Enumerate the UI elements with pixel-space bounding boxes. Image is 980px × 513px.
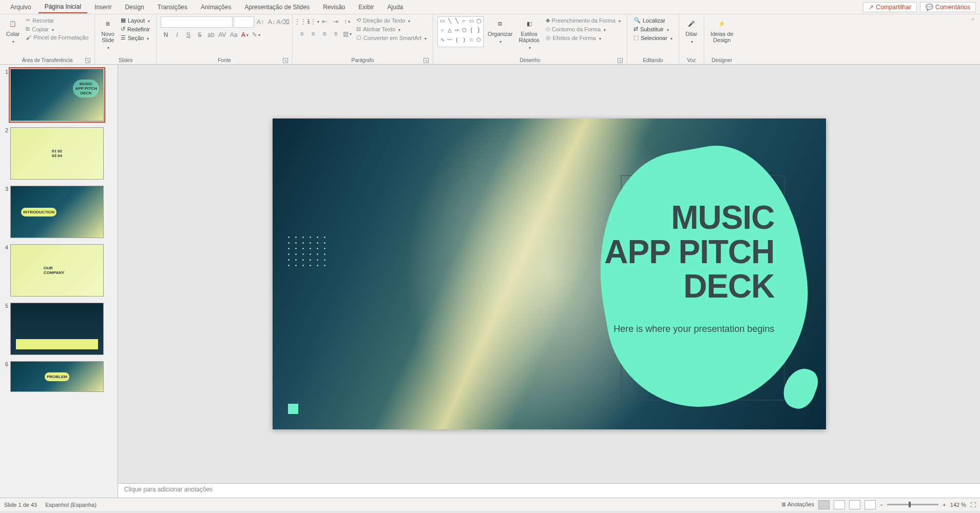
shape-paren2-icon[interactable]: ) (461, 37, 468, 46)
shape-oval-icon[interactable]: ○ (439, 27, 446, 36)
justify-icon[interactable]: ≡ (331, 29, 341, 39)
tab-design[interactable]: Design (119, 2, 150, 13)
font-name-combo[interactable] (161, 16, 233, 28)
slide-thumbnail-6[interactable]: PROBLEM (10, 361, 104, 392)
normal-view-icon[interactable] (818, 500, 830, 509)
shape-brace2-icon[interactable]: } (475, 27, 482, 36)
select-button[interactable]: ⬚Selecionar (631, 34, 675, 42)
copy-button[interactable]: ⧉Copiar (24, 25, 90, 33)
sorter-view-icon[interactable] (834, 500, 845, 509)
decrease-font-icon[interactable]: A↓ (266, 17, 277, 27)
find-button[interactable]: 🔍Localizar (631, 16, 675, 24)
smartart-button[interactable]: ⬡Converter em SmartArt (354, 34, 429, 42)
paste-button[interactable]: 📋 Colar (4, 16, 22, 45)
change-case-icon[interactable]: Aa (228, 30, 239, 40)
layout-button[interactable]: ▦Layout (119, 16, 152, 24)
shape-fill-button[interactable]: ◆Preenchimento da Forma (544, 16, 623, 24)
slide-thumbnail-5[interactable] (10, 303, 104, 355)
tab-animacoes[interactable]: Animações (195, 2, 237, 13)
dialog-launcher-icon[interactable]: ↘ (618, 58, 623, 63)
char-spacing-icon[interactable]: AV (217, 30, 227, 40)
font-size-combo[interactable] (234, 16, 254, 28)
language-indicator[interactable]: Espanhol (Espanha) (45, 502, 97, 508)
tab-pagina-inicial[interactable]: Página Inicial (39, 1, 87, 13)
zoom-in-icon[interactable]: + (943, 502, 946, 508)
shape-scribble-icon[interactable]: 〰 (446, 37, 453, 46)
slide-canvas[interactable]: MUSIC APP PITCH DECK Here is where your … (273, 119, 826, 429)
new-slide-button[interactable]: 🗎 Novo Slide (99, 16, 117, 51)
font-color-icon[interactable]: A (240, 30, 250, 40)
shape-connector-icon[interactable]: ⌐ (461, 18, 468, 27)
slide-thumbnail-4[interactable]: OUR COMPANY (10, 244, 104, 297)
zoom-slider[interactable] (887, 504, 938, 505)
tab-transicoes[interactable]: Transições (151, 2, 194, 13)
italic-icon[interactable]: I (172, 30, 182, 40)
quick-styles-button[interactable]: ◧ Estilos Rápidos (516, 16, 541, 51)
reading-view-icon[interactable] (849, 500, 860, 509)
canvas-scroll[interactable]: MUSIC APP PITCH DECK Here is where your … (118, 65, 980, 483)
shape-textbox-icon[interactable]: ▭ (439, 18, 446, 27)
shape-triangle-icon[interactable]: △ (446, 27, 453, 36)
clear-formatting-icon[interactable]: A⌫ (278, 17, 288, 27)
slide-thumbnails-panel[interactable]: 1MUSIC APP PITCH DECK 201 02 03 04 3INTR… (0, 65, 118, 498)
align-left-icon[interactable]: ≡ (297, 29, 307, 39)
shape-line2-icon[interactable]: ╲ (453, 18, 460, 27)
shape-arrow-icon[interactable]: ⇨ (453, 27, 460, 36)
design-ideas-button[interactable]: ⚡ Ideias de Design (708, 16, 736, 44)
dialog-launcher-icon[interactable]: ↘ (424, 58, 429, 63)
slide-subtitle[interactable]: Here is where your presentation begins (613, 324, 774, 334)
slide-thumbnail-1[interactable]: MUSIC APP PITCH DECK (10, 69, 104, 121)
reset-button[interactable]: ↺Redefinir (119, 25, 152, 33)
slide-title[interactable]: MUSIC APP PITCH DECK (604, 201, 774, 304)
cut-button[interactable]: ✂Recortar (24, 16, 90, 24)
comments-button[interactable]: 💬Comentários (920, 2, 976, 12)
slideshow-view-icon[interactable] (864, 500, 876, 509)
slide-thumbnail-2[interactable]: 01 02 03 04 (10, 127, 104, 180)
tab-inserir[interactable]: Inserir (88, 2, 118, 13)
bullets-icon[interactable]: ⋮⋮ (297, 16, 307, 27)
text-direction-button[interactable]: ⟲Direção do Texto (354, 16, 429, 24)
shape-line-icon[interactable]: ╲ (446, 18, 453, 27)
tab-ajuda[interactable]: Ajuda (381, 2, 410, 13)
replace-button[interactable]: ⇄Substituir (631, 25, 675, 33)
slide-thumbnail-3[interactable]: INTRODUCTION (10, 186, 104, 238)
shape-effects-button[interactable]: ◎Efeitos de Forma (544, 34, 623, 42)
tab-apresentacao[interactable]: Apresentação de Slides (238, 2, 316, 13)
share-button[interactable]: ↗Compartilhar (863, 2, 917, 12)
shape-curve-icon[interactable]: ∿ (439, 37, 446, 46)
tab-exibir[interactable]: Exibir (353, 2, 380, 13)
dialog-launcher-icon[interactable]: ↘ (283, 58, 288, 63)
increase-indent-icon[interactable]: ⇥ (331, 16, 341, 27)
section-button[interactable]: ☰Seção (119, 34, 152, 42)
shape-brace-icon[interactable]: { (468, 27, 475, 36)
notes-pane[interactable]: Clique para adicionar anotações (118, 483, 980, 498)
shape-star-icon[interactable]: ☆ (468, 37, 475, 46)
shapes-gallery[interactable]: ▭╲╲⌐▭▢ ○△⇨⬡{} ∿〰()☆⬠ (437, 16, 484, 47)
underline-icon[interactable]: S (183, 30, 194, 40)
highlight-icon[interactable]: ✎ (251, 30, 261, 40)
shape-outline-button[interactable]: ◇Contorno da Forma (544, 25, 623, 33)
bold-icon[interactable]: N (161, 30, 171, 40)
slide-counter[interactable]: Slide 1 de 43 (4, 502, 37, 508)
arrange-button[interactable]: ⧉ Organizar (486, 16, 514, 45)
zoom-out-icon[interactable]: − (880, 502, 883, 508)
fit-window-icon[interactable]: ⛶ (970, 502, 976, 508)
strikethrough-icon[interactable]: S̶ (195, 30, 205, 40)
align-center-icon[interactable]: ≡ (308, 29, 318, 39)
collapse-ribbon-icon[interactable]: ˄ (968, 16, 978, 27)
align-text-button[interactable]: ⊟Alinhar Texto (354, 25, 429, 33)
increase-font-icon[interactable]: A↑ (255, 17, 265, 27)
tab-revisao[interactable]: Revisão (317, 2, 351, 13)
notes-toggle[interactable]: ≣ Anotações (781, 501, 814, 508)
tab-arquivo[interactable]: Arquivo (4, 2, 37, 13)
dialog-launcher-icon[interactable]: ↘ (85, 58, 90, 63)
zoom-level[interactable]: 142 % (950, 502, 966, 508)
line-spacing-icon[interactable]: ↕ (342, 16, 352, 27)
shape-hex-icon[interactable]: ⬡ (461, 27, 468, 36)
shadow-icon[interactable]: ab (206, 30, 216, 40)
format-painter-button[interactable]: 🖌Pincel de Formatação (24, 34, 90, 41)
align-right-icon[interactable]: ≡ (319, 29, 330, 39)
columns-icon[interactable]: ▥ (342, 29, 352, 39)
shape-rect-icon[interactable]: ▭ (468, 18, 475, 27)
shape-paren-icon[interactable]: ( (453, 37, 460, 46)
